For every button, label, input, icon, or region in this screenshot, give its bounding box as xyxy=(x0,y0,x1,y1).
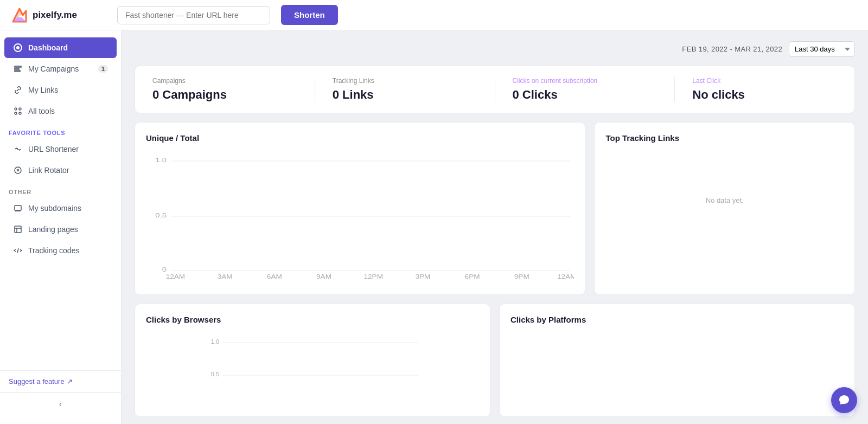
stats-row: Campaigns 0 Campaigns Tracking Links 0 L… xyxy=(135,66,855,113)
url-shortener-icon xyxy=(13,144,23,154)
clicks-platforms-title: Clicks by Platforms xyxy=(510,315,844,324)
sidebar-collapse-button[interactable]: ‹ xyxy=(0,392,121,415)
svg-text:0.5: 0.5 xyxy=(155,212,167,219)
tracking-codes-label: Tracking codes xyxy=(28,246,79,255)
stat-links: Tracking Links 0 Links xyxy=(315,77,495,102)
main-content: FEB 19, 2022 - MAR 21, 2022 Last 30 days… xyxy=(122,30,868,424)
svg-text:3PM: 3PM xyxy=(415,274,430,280)
top-links-title: Top Tracking Links xyxy=(605,133,844,143)
sidebar-nav: Dashboard My Campaigns 1 My Links Al xyxy=(0,30,121,268)
links-icon xyxy=(13,85,23,95)
svg-text:1.0: 1.0 xyxy=(211,338,219,345)
browsers-chart-svg: 1.0 0.5 xyxy=(146,333,479,403)
sidebar-item-subdomains[interactable]: My subdomains xyxy=(4,198,117,219)
link-rotator-label: Link Rotator xyxy=(28,166,69,175)
chevron-left-icon: ‹ xyxy=(59,399,62,409)
all-tools-icon xyxy=(13,106,23,116)
external-link-icon: ↗ xyxy=(67,377,73,386)
campaigns-label: My Campaigns xyxy=(28,65,79,73)
clicks-browsers-title: Clicks by Browsers xyxy=(146,315,479,324)
svg-text:12AM: 12AM xyxy=(557,274,574,280)
sidebar-item-tracking-codes[interactable]: Tracking codes xyxy=(4,240,117,261)
campaigns-icon xyxy=(13,64,23,74)
stat-clicks: Clicks on current subscription 0 Clicks xyxy=(495,77,675,102)
date-bar: FEB 19, 2022 - MAR 21, 2022 Last 30 days… xyxy=(135,41,855,57)
subdomains-label: My subdomains xyxy=(28,204,81,213)
date-range-select[interactable]: Last 30 days Last 7 days Last 90 days Cu… xyxy=(789,41,855,57)
shorten-button[interactable]: Shorten xyxy=(281,5,338,25)
tracking-codes-icon xyxy=(13,246,23,255)
clicks-browsers-chart: Clicks by Browsers 1.0 0.5 xyxy=(135,304,490,417)
all-tools-label: All tools xyxy=(28,107,55,115)
date-range-text: FEB 19, 2022 - MAR 21, 2022 xyxy=(682,45,782,53)
chat-button[interactable] xyxy=(831,387,857,413)
url-input[interactable] xyxy=(118,7,270,24)
top-links-card: Top Tracking Links No data yet. xyxy=(594,122,855,295)
svg-rect-10 xyxy=(15,205,21,210)
sidebar-footer: Suggest a feature ↗ xyxy=(0,370,121,392)
sidebar-item-url-shortener[interactable]: URL Shortener xyxy=(4,139,117,159)
sidebar-item-link-rotator[interactable]: Link Rotator xyxy=(4,160,117,181)
sidebar-item-all-tools[interactable]: All tools xyxy=(4,101,117,121)
stat-links-label: Tracking Links xyxy=(333,77,477,85)
suggest-feature-link[interactable]: Suggest a feature ↗ xyxy=(9,377,112,386)
svg-text:6AM: 6AM xyxy=(267,274,282,280)
landing-pages-label: Landing pages xyxy=(28,225,78,234)
unique-total-title: Unique / Total xyxy=(146,133,574,143)
stat-campaigns: Campaigns 0 Campaigns xyxy=(135,77,315,102)
main-layout: Dashboard My Campaigns 1 My Links Al xyxy=(0,30,868,424)
svg-text:6PM: 6PM xyxy=(465,274,480,280)
sidebar-item-links[interactable]: My Links xyxy=(4,80,117,100)
svg-point-4 xyxy=(16,46,20,49)
url-input-wrapper xyxy=(117,6,270,24)
url-shortener-label: URL Shortener xyxy=(28,145,79,153)
logo: pixelfy.me xyxy=(11,7,108,24)
stat-clicks-value: 0 Clicks xyxy=(513,88,658,102)
logo-icon xyxy=(11,7,28,24)
favorite-tools-section: FAVORITE TOOLS xyxy=(0,122,121,138)
svg-text:1.0: 1.0 xyxy=(155,157,167,164)
sidebar-item-landing-pages[interactable]: Landing pages xyxy=(4,219,117,240)
chart-container: 1.0 0.5 0 12AM 3AM 6AM 9AM 12PM xyxy=(146,151,574,284)
svg-rect-11 xyxy=(15,226,21,233)
subdomains-icon xyxy=(13,203,23,213)
svg-text:3AM: 3AM xyxy=(218,274,233,280)
link-rotator-icon xyxy=(13,165,23,175)
stat-clicks-label: Clicks on current subscription xyxy=(513,77,658,85)
other-section: OTHER xyxy=(0,181,121,197)
dashboard-icon xyxy=(13,43,23,53)
campaigns-badge: 1 xyxy=(98,65,108,73)
svg-text:0.5: 0.5 xyxy=(211,371,219,377)
unique-total-chart: Unique / Total 1.0 0.5 0 12AM xyxy=(135,122,585,295)
sidebar-item-dashboard[interactable]: Dashboard xyxy=(4,37,117,58)
links-label: My Links xyxy=(28,86,58,94)
suggest-label: Suggest a feature xyxy=(9,377,65,386)
svg-point-8 xyxy=(19,112,21,114)
svg-text:12PM: 12PM xyxy=(363,274,383,280)
charts-row: Unique / Total 1.0 0.5 0 12AM xyxy=(135,122,855,295)
svg-text:12AM: 12AM xyxy=(166,274,186,280)
topbar: pixelfy.me Shorten xyxy=(0,0,868,30)
stat-last-click-label: Last Click xyxy=(692,77,837,85)
sidebar: Dashboard My Campaigns 1 My Links Al xyxy=(0,30,122,424)
stat-campaigns-label: Campaigns xyxy=(152,77,297,85)
svg-point-6 xyxy=(19,108,21,110)
stat-last-click: Last Click No clicks xyxy=(675,77,854,102)
svg-text:0: 0 xyxy=(162,266,167,273)
svg-point-7 xyxy=(15,112,17,114)
bottom-charts-row: Clicks by Browsers 1.0 0.5 Clicks by Pla… xyxy=(135,304,855,417)
dashboard-label: Dashboard xyxy=(28,43,68,52)
svg-text:9AM: 9AM xyxy=(316,274,331,280)
landing-pages-icon xyxy=(13,224,23,234)
sidebar-item-campaigns[interactable]: My Campaigns 1 xyxy=(4,59,117,79)
top-links-no-data: No data yet. xyxy=(605,151,844,249)
svg-text:9PM: 9PM xyxy=(514,274,529,280)
logo-text: pixelfy.me xyxy=(33,10,77,21)
stat-campaigns-value: 0 Campaigns xyxy=(152,88,297,102)
stat-last-click-value: No clicks xyxy=(692,88,837,102)
clicks-platforms-chart: Clicks by Platforms xyxy=(499,304,855,417)
stat-links-value: 0 Links xyxy=(333,88,477,102)
svg-point-5 xyxy=(15,108,17,110)
chart-svg: 1.0 0.5 0 12AM 3AM 6AM 9AM 12PM xyxy=(146,151,574,281)
